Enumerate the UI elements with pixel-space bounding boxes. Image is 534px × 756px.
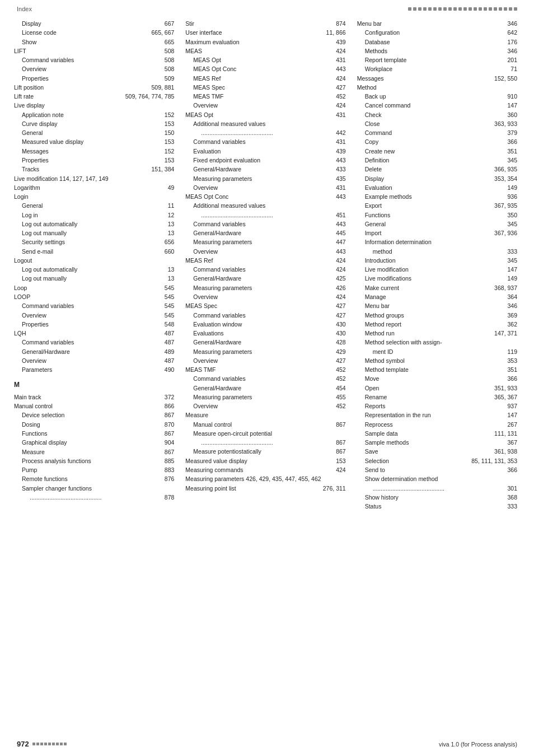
list-item: Device selection 867 bbox=[14, 410, 174, 419]
entry-page: 366 bbox=[507, 374, 517, 383]
list-item: Export 367, 935 bbox=[357, 201, 517, 210]
entry-label: Process analysis functions bbox=[22, 456, 91, 465]
list-item: ........................................… bbox=[185, 128, 345, 137]
list-item: Messages 152 bbox=[14, 147, 174, 156]
list-item: Measure bbox=[185, 410, 345, 419]
entry-page: 367 bbox=[507, 438, 517, 447]
entry-dots bbox=[274, 128, 335, 137]
entry-dots bbox=[214, 256, 335, 265]
entry-label: Send e-mail bbox=[22, 247, 53, 256]
list-item: MEAS Opt 431 bbox=[185, 110, 345, 119]
entry-dots bbox=[54, 247, 163, 256]
entry-label: Show history bbox=[365, 493, 399, 502]
entry-dots bbox=[381, 119, 494, 128]
entry-dots bbox=[394, 64, 509, 73]
entry-dots bbox=[432, 410, 507, 419]
entry-page: 867 bbox=[165, 447, 175, 456]
entry-page: 937 bbox=[507, 402, 517, 410]
entry-page: 153 bbox=[336, 456, 346, 465]
entry-dots bbox=[245, 465, 335, 474]
entry-dots bbox=[387, 220, 506, 228]
entry-dots bbox=[218, 301, 335, 310]
list-item: Overview 427 bbox=[185, 356, 345, 365]
entry-dots bbox=[383, 165, 493, 174]
entry-dots bbox=[386, 402, 506, 410]
entry-dots bbox=[383, 19, 506, 28]
list-item: Methods 346 bbox=[357, 46, 517, 55]
entry-label: Display bbox=[365, 174, 384, 183]
entry-label: Introduction bbox=[365, 256, 396, 265]
entry-label: Method template bbox=[365, 365, 409, 374]
list-item: General/Hardware 428 bbox=[185, 338, 345, 347]
list-item: Measuring point list 276, 311 bbox=[185, 484, 345, 493]
entry-page: 545 bbox=[165, 301, 175, 310]
entry-dots bbox=[48, 356, 163, 365]
entry-dots bbox=[390, 156, 506, 165]
header-decoration bbox=[408, 7, 517, 11]
entry-dots bbox=[261, 156, 335, 165]
entry-label: Evaluation bbox=[365, 183, 392, 192]
entry-label: Device selection bbox=[22, 410, 64, 419]
list-item: Show determination method bbox=[357, 474, 517, 483]
entry-dots bbox=[219, 292, 335, 301]
list-item: Main track 372 bbox=[14, 393, 174, 402]
entry-page: 545 bbox=[165, 311, 175, 320]
list-item: Check 360 bbox=[357, 110, 517, 119]
list-item: method 333 bbox=[357, 247, 517, 256]
entry-page: 487 bbox=[165, 356, 175, 365]
list-item: Command variables 424 bbox=[185, 265, 345, 274]
entry-page: 452 bbox=[336, 92, 346, 101]
entry-dots bbox=[69, 474, 163, 483]
dot7 bbox=[438, 7, 442, 11]
section-letter: M bbox=[14, 380, 174, 390]
entry-label: Measuring parameters bbox=[193, 237, 252, 246]
list-item: Move 366 bbox=[357, 374, 517, 383]
entry-page: 424 bbox=[336, 74, 346, 83]
entry-label: Maximum evaluation bbox=[185, 38, 239, 46]
entry-page: 424 bbox=[336, 292, 346, 301]
entry-label: Command variables bbox=[193, 265, 245, 274]
entry-page: 49 bbox=[168, 183, 175, 192]
entry-page: 333 bbox=[507, 247, 517, 256]
list-item: MEAS Opt Conc 443 bbox=[185, 192, 345, 201]
entry-page: 11 bbox=[168, 201, 175, 210]
list-item: Overview 424 bbox=[185, 101, 345, 110]
entry-label: ........................................… bbox=[30, 493, 101, 502]
list-item: Representation in the run 147 bbox=[357, 410, 517, 419]
fdot2 bbox=[36, 743, 39, 745]
list-item: Evaluation window 430 bbox=[185, 320, 345, 329]
entry-dots bbox=[253, 174, 335, 183]
entry-label: LQH bbox=[14, 329, 26, 338]
entry-page: 345 bbox=[507, 156, 517, 165]
dot12 bbox=[463, 7, 467, 11]
entry-dots bbox=[391, 38, 507, 46]
list-item: Import 367, 936 bbox=[357, 228, 517, 237]
entry-page: 936 bbox=[507, 192, 517, 201]
entry-label: Messages bbox=[22, 147, 49, 156]
list-item: MEAS Ref 424 bbox=[185, 74, 345, 83]
entry-dots bbox=[274, 438, 335, 447]
dot1 bbox=[408, 7, 411, 11]
entry-label: Overview bbox=[193, 101, 218, 110]
list-item: Remote functions 876 bbox=[14, 474, 174, 483]
entry-dots bbox=[405, 311, 507, 320]
entry-page: 345 bbox=[507, 256, 517, 265]
entry-page: 431 bbox=[336, 110, 346, 119]
list-item: MEAS TMF 452 bbox=[185, 92, 345, 101]
list-item: Graphical display 904 bbox=[14, 438, 174, 447]
list-item: Messages 152, 550 bbox=[357, 74, 517, 83]
list-item: Delete 366, 935 bbox=[357, 165, 517, 174]
entry-page: 866 bbox=[165, 402, 175, 410]
entry-page: 427 bbox=[336, 311, 346, 320]
list-item: Overview 431 bbox=[185, 183, 345, 192]
entry-label: Measuring commands bbox=[185, 465, 243, 474]
entry-page: 867 bbox=[336, 438, 346, 447]
list-item: Overview 424 bbox=[185, 292, 345, 301]
list-item: Measuring parameters 426, 429, 435, 447,… bbox=[185, 474, 345, 483]
entry-page: 149 bbox=[507, 183, 517, 192]
entry-label: Properties bbox=[22, 156, 49, 165]
entry-dots bbox=[274, 211, 335, 220]
entry-label: Back up bbox=[365, 92, 386, 101]
entry-dots bbox=[380, 137, 506, 146]
entry-page: 452 bbox=[336, 365, 346, 374]
